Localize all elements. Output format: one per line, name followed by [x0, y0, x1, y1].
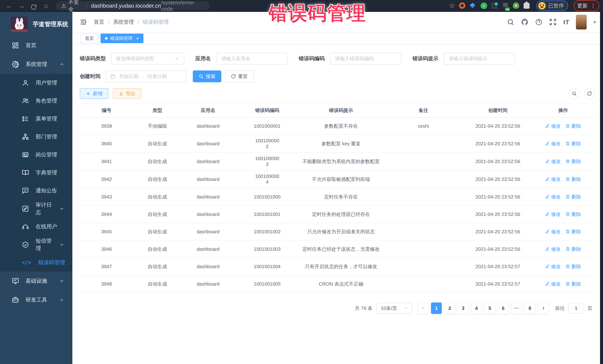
address-bar[interactable]: ⚠ 不安全 | dashboard.yudao.iocoder.cn/syste…: [56, 1, 210, 10]
edit-button[interactable]: 修改: [545, 158, 561, 165]
browser-forward-icon[interactable]: →: [16, 0, 27, 11]
sidebar-item-posts[interactable]: 岗位管理: [0, 146, 72, 164]
table-row[interactable]: 3939 手动编辑 dashboard 1001000001 参数配置不存在 c…: [80, 118, 595, 135]
sidebar-item-dev-tools[interactable]: 研发工具: [0, 290, 72, 309]
next-page-button[interactable]: [538, 302, 549, 314]
browser-update-button[interactable]: 更新 ⋮: [574, 0, 599, 11]
error-code-input[interactable]: [330, 53, 401, 65]
page-button-1[interactable]: 1: [431, 302, 442, 314]
page-button-8[interactable]: 8: [524, 302, 535, 314]
table-row[interactable]: 3940 自动生成 dashboard 100100000 2 参数配置 key…: [80, 135, 595, 153]
sidebar-logo-row[interactable]: 芋道管理系统: [0, 12, 72, 36]
sidebar-item-infrastructure[interactable]: 基础设施: [0, 272, 72, 290]
delete-button[interactable]: 删除: [566, 263, 581, 270]
toggle-search-button[interactable]: [569, 88, 580, 99]
sidebar-item-notice[interactable]: 通知公告: [0, 182, 72, 200]
edit-button[interactable]: 修改: [545, 229, 561, 235]
extension-list-icon[interactable]: on: [502, 2, 509, 9]
export-button[interactable]: 导出: [113, 88, 141, 99]
add-button[interactable]: 新增: [80, 88, 108, 99]
edit-button[interactable]: 修改: [545, 123, 561, 129]
more-pages-button[interactable]: ···: [511, 302, 522, 314]
sidebar-item-departments[interactable]: 部门管理: [0, 128, 72, 146]
page-button-4[interactable]: 4: [471, 302, 482, 314]
table-row[interactable]: 3941 自动生成 dashboard 100100000 3 不能删除类型为系…: [80, 153, 595, 170]
edit-button[interactable]: 修改: [545, 194, 561, 200]
edit-pen-icon: [545, 282, 550, 286]
extension-puzzle-icon[interactable]: [524, 2, 530, 9]
github-icon[interactable]: [521, 18, 528, 26]
delete-button[interactable]: 删除: [566, 229, 581, 235]
edit-button[interactable]: 修改: [545, 211, 561, 218]
extension-grid-icon[interactable]: [491, 2, 498, 9]
browser-reload-icon[interactable]: [28, 1, 39, 10]
extension-gem-icon[interactable]: [470, 2, 476, 9]
table-row[interactable]: 3946 自动生成 dashboard 1001001003 定时任务已经处于该…: [80, 241, 595, 258]
page-button-5[interactable]: 5: [485, 302, 495, 314]
browser-profile-button[interactable]: 已暂停: [536, 0, 568, 11]
sidebar-item-dict[interactable]: 字典管理: [0, 164, 72, 182]
page-button-6[interactable]: 6: [498, 302, 509, 314]
fullscreen-icon[interactable]: [549, 18, 557, 26]
table-row[interactable]: 3945 自动生成 dashboard 1001001002 只允许修改为开启或…: [80, 223, 595, 241]
goto-page-input[interactable]: [568, 303, 584, 314]
edit-button[interactable]: 修改: [545, 246, 561, 253]
app-name-input[interactable]: [216, 53, 288, 65]
edit-button[interactable]: 修改: [545, 263, 561, 270]
extension-orange-icon[interactable]: [459, 2, 466, 9]
create-time-range-picker[interactable]: 开始日期 - 结束日期: [106, 70, 186, 82]
search-button[interactable]: 搜索: [193, 70, 221, 82]
tab-home[interactable]: 首页: [81, 33, 98, 43]
avatar-caret-down-icon[interactable]: ▾: [593, 19, 596, 25]
sidebar-item-users[interactable]: 用户管理: [0, 74, 72, 92]
page-size-select[interactable]: 10条/页: [377, 303, 412, 314]
table-row[interactable]: 3947 自动生成 dashboard 1001001004 只有开启状态的任务…: [80, 258, 595, 276]
refresh-table-button[interactable]: [584, 88, 595, 99]
error-hint-input[interactable]: [444, 53, 515, 65]
bookmark-star-icon[interactable]: ☆: [449, 2, 455, 10]
sidebar-item-system[interactable]: 系统管理: [0, 55, 72, 74]
page-scrollbar[interactable]: [600, 12, 603, 364]
table-row[interactable]: 3944 自动生成 dashboard 1001001001 定时任务的处理器已…: [80, 206, 595, 223]
extension-key-icon[interactable]: [513, 2, 520, 9]
browser-back-icon[interactable]: ←: [4, 0, 15, 11]
browser-menu-icon[interactable]: ⋮: [591, 3, 596, 9]
search-icon[interactable]: [507, 18, 514, 26]
page-button-3[interactable]: 3: [458, 302, 468, 314]
sidebar-item-audit-log[interactable]: 审计日志: [0, 200, 72, 218]
hamburger-icon[interactable]: [79, 18, 87, 26]
browser-home-icon[interactable]: ⌂: [40, 0, 52, 11]
delete-button[interactable]: 删除: [566, 141, 581, 147]
tab-error-code[interactable]: 错误码管理 ×: [101, 33, 143, 43]
sidebar-item-home[interactable]: 首页: [0, 36, 72, 55]
breadcrumb-home[interactable]: 首页: [94, 19, 104, 26]
delete-button[interactable]: 删除: [566, 123, 581, 129]
sidebar-item-error-code[interactable]: </> 错误码管理: [0, 254, 72, 272]
sidebar-item-online-users[interactable]: 在线用户: [0, 218, 72, 236]
delete-button[interactable]: 删除: [566, 211, 581, 218]
edit-button[interactable]: 修改: [545, 176, 561, 183]
edit-button[interactable]: 修改: [545, 141, 561, 147]
delete-button[interactable]: 删除: [566, 281, 581, 287]
delete-button[interactable]: 删除: [566, 246, 581, 253]
font-size-icon[interactable]: tT: [563, 19, 569, 26]
prev-page-button[interactable]: [418, 302, 429, 314]
sidebar-item-roles[interactable]: 角色管理: [0, 92, 72, 110]
table-row[interactable]: 3943 自动生成 dashboard 1001001000 定时任务不存在 2…: [80, 188, 595, 206]
delete-button[interactable]: 删除: [566, 194, 581, 200]
error-type-select[interactable]: 请选择错误码类型: [111, 53, 184, 65]
reset-button[interactable]: 重置: [225, 70, 254, 82]
edit-button[interactable]: 修改: [545, 281, 561, 287]
table-row[interactable]: 3948 自动生成 dashboard 1001001005 CRON 表达式不…: [80, 276, 595, 293]
breadcrumb-section[interactable]: 系统管理: [113, 19, 134, 26]
delete-button[interactable]: 删除: [566, 158, 581, 165]
sidebar-item-menus[interactable]: 菜单管理: [0, 110, 72, 128]
table-row[interactable]: 3942 自动生成 dashboard 100100000 4 不允许获取敏感配…: [80, 170, 595, 188]
user-avatar[interactable]: [576, 15, 587, 30]
help-icon[interactable]: [535, 18, 543, 26]
close-icon[interactable]: ×: [136, 36, 139, 41]
sidebar-item-sms[interactable]: 短信管理: [0, 236, 72, 254]
extension-green-icon[interactable]: ✓: [481, 2, 487, 9]
delete-button[interactable]: 删除: [566, 176, 581, 183]
page-button-2[interactable]: 2: [444, 302, 455, 314]
